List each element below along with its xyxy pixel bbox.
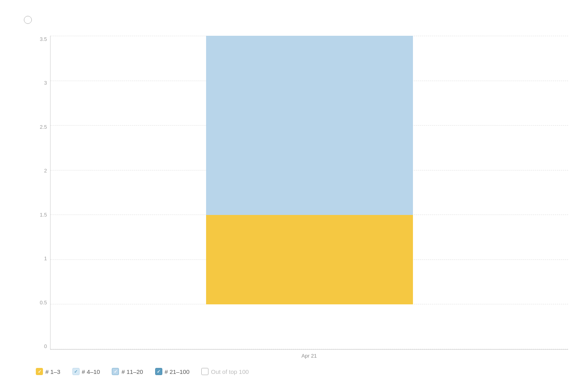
legend-checkbox-out-100	[201, 368, 208, 375]
legend-checkbox-1-3: ✓	[36, 368, 43, 375]
plot-area	[50, 36, 568, 350]
legend-label-1-3: # 1–3	[45, 368, 60, 375]
y-tick: 3.5	[34, 37, 50, 42]
main-container: 00.511.522.533.5	[0, 0, 588, 387]
x-axis-labels: Apr 21	[50, 350, 568, 364]
y-tick: 2	[34, 168, 50, 173]
legend-checkbox-21-100: ✓	[155, 368, 162, 375]
legend: ✓# 1–3✓# 4–10✓# 11–20✓# 21–100Out of top…	[36, 368, 568, 375]
legend-item-1-3[interactable]: ✓# 1–3	[36, 368, 60, 375]
legend-item-4-10[interactable]: ✓# 4–10	[72, 368, 100, 375]
legend-item-11-20[interactable]: ✓# 11–20	[112, 368, 143, 375]
bar-segment-yellow	[206, 215, 413, 304]
y-tick: 0.5	[34, 300, 50, 305]
info-icon[interactable]	[24, 16, 32, 24]
y-tick: 3	[34, 80, 50, 85]
bar-stack	[206, 36, 413, 304]
y-tick: 1	[34, 256, 50, 261]
y-ticks: 00.511.522.533.5	[34, 36, 50, 350]
y-tick: 2.5	[34, 124, 50, 130]
legend-checkbox-11-20: ✓	[112, 368, 119, 375]
y-tick: 1.5	[34, 212, 50, 217]
bar-group	[206, 36, 413, 349]
chart-area: 00.511.522.533.5	[20, 36, 568, 364]
chart-plot: 00.511.522.533.5	[34, 36, 568, 350]
chart-inner: 00.511.522.533.5	[34, 36, 568, 364]
x-axis-label: Apr 21	[50, 353, 568, 359]
legend-item-21-100[interactable]: ✓# 21–100	[155, 368, 190, 375]
legend-item-out-100[interactable]: Out of top 100	[201, 368, 249, 375]
legend-label-11-20: # 11–20	[121, 368, 143, 375]
legend-checkbox-4-10: ✓	[72, 368, 80, 375]
y-tick: 0	[34, 344, 50, 349]
legend-label-out-100: Out of top 100	[211, 368, 249, 375]
bar-segment-blue	[206, 36, 413, 215]
bars-container	[51, 36, 568, 349]
legend-label-4-10: # 4–10	[82, 368, 100, 375]
legend-label-21-100: # 21–100	[165, 368, 190, 375]
title-row	[20, 16, 568, 24]
y-axis-label-wrapper	[20, 36, 31, 364]
